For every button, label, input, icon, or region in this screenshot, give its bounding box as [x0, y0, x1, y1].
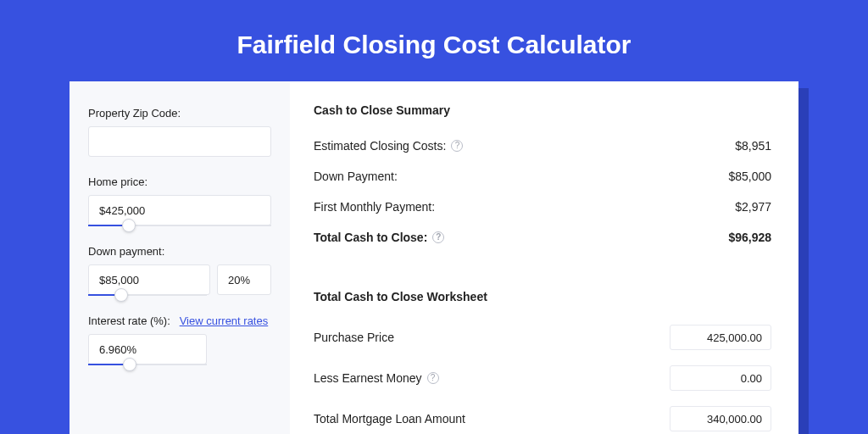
worksheet-row-input[interactable] — [670, 406, 771, 431]
rate-slider[interactable] — [88, 364, 207, 365]
help-icon[interactable]: ? — [451, 140, 463, 152]
rate-block: Interest rate (%): View current rates — [88, 314, 271, 365]
inputs-panel: Property Zip Code: Home price: Down paym… — [70, 81, 290, 434]
help-icon[interactable]: ? — [427, 372, 439, 384]
summary-row-value: $85,000 — [728, 170, 771, 183]
dp-block: Down payment: — [88, 245, 271, 296]
rate-slider-thumb[interactable] — [123, 358, 136, 371]
summary-row-value: $8,951 — [735, 139, 771, 153]
summary-row: First Monthly Payment: $2,977 — [314, 192, 771, 222]
summary-row-label: First Monthly Payment: — [314, 200, 435, 214]
worksheet-row: Purchase Price — [314, 317, 771, 358]
worksheet-row-input[interactable] — [670, 325, 771, 350]
summary-row-value: $2,977 — [735, 200, 771, 214]
results-panel: Cash to Close Summary Estimated Closing … — [290, 81, 798, 434]
rate-label: Interest rate (%): — [88, 314, 170, 327]
dp-percent-input[interactable] — [217, 264, 271, 295]
worksheet-title: Total Cash to Close Worksheet — [314, 290, 771, 303]
dp-slider-thumb[interactable] — [114, 288, 128, 302]
rate-input[interactable] — [88, 334, 207, 364]
dp-label: Down payment: — [88, 245, 271, 258]
help-icon[interactable]: ? — [432, 231, 444, 243]
summary-total-value: $96,928 — [728, 231, 771, 244]
summary-row: Down Payment: $85,000 — [314, 161, 771, 192]
worksheet-row-label: Total Mortgage Loan Amount — [314, 412, 465, 426]
worksheet-row-input[interactable] — [670, 365, 771, 391]
summary-row-label: Down Payment: — [314, 170, 398, 183]
price-label: Home price: — [88, 175, 271, 188]
zip-input[interactable] — [88, 126, 271, 157]
worksheet-row: Total Mortgage Loan Amount — [314, 398, 771, 434]
worksheet-row: Less Earnest Money ? — [314, 358, 771, 398]
page-title: Fairfield Closing Cost Calculator — [0, 0, 868, 81]
price-block: Home price: — [88, 175, 271, 226]
zip-block: Property Zip Code: — [88, 107, 271, 157]
worksheet-row-label: Less Earnest Money — [314, 371, 422, 385]
rate-label-row: Interest rate (%): View current rates — [88, 314, 271, 327]
calculator-card: Property Zip Code: Home price: Down paym… — [70, 81, 798, 434]
worksheet-row-label: Purchase Price — [314, 331, 394, 344]
view-rates-link[interactable]: View current rates — [180, 314, 269, 327]
summary-total-row: Total Cash to Close: ? $96,928 — [314, 222, 771, 253]
calculator-card-wrap: Property Zip Code: Home price: Down paym… — [70, 81, 798, 434]
summary-row-label: Estimated Closing Costs: — [314, 139, 446, 153]
zip-label: Property Zip Code: — [88, 107, 271, 120]
price-input[interactable] — [88, 195, 271, 225]
dp-slider[interactable] — [88, 294, 207, 296]
summary-total-label: Total Cash to Close: — [314, 231, 427, 244]
summary-row: Estimated Closing Costs: ? $8,951 — [314, 131, 771, 161]
price-slider-thumb[interactable] — [122, 219, 136, 232]
dp-amount-input[interactable] — [88, 264, 210, 295]
worksheet-section: Total Cash to Close Worksheet Purchase P… — [314, 276, 771, 434]
summary-title: Cash to Close Summary — [314, 103, 771, 117]
price-slider[interactable] — [88, 225, 271, 226]
